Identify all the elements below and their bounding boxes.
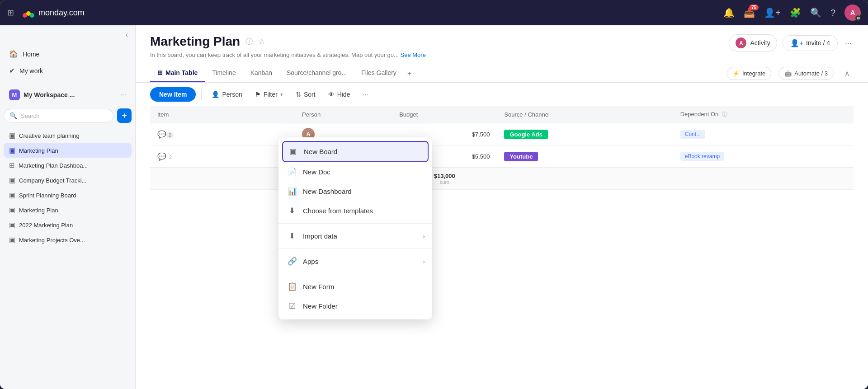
board-more-button[interactable]: ··· [843, 37, 854, 50]
dropdown-item-new-board[interactable]: ▣ New Board [282, 141, 429, 162]
dropdown-item-label: New Dashboard [303, 187, 352, 195]
workspace-header[interactable]: M My Workspace ... ··· [4, 85, 132, 105]
filter-chevron-icon: ▾ [280, 92, 283, 98]
person-filter-button[interactable]: 👤 Person [207, 88, 246, 101]
filter-label: Filter [264, 91, 278, 98]
dropdown-menu: ▣ New Board 📄 New Doc 📊 New Dashboard ⬇ … [278, 137, 432, 319]
collapse-sidebar-button[interactable]: ‹ [126, 31, 128, 39]
hide-button[interactable]: 👁 Hide [324, 88, 355, 101]
integrate-label: Integrate [742, 70, 765, 77]
dropdown-divider [278, 274, 432, 274]
board-item-creative[interactable]: ▣ Creative team planning [4, 128, 132, 143]
board-item-company-budget[interactable]: ▣ Company Budget Tracki... [4, 173, 132, 187]
board-item-sprint[interactable]: ▣ Sprint Planning Board [4, 188, 132, 202]
dropdown-item-label: New Form [303, 283, 334, 291]
tab-files[interactable]: Files Gallery [354, 65, 404, 82]
board-item-2022[interactable]: ▣ 2022 Marketing Plan [4, 218, 132, 232]
templates-icon: ⬇ [288, 206, 297, 216]
tab-main-table[interactable]: ⊞ Main Table [150, 65, 205, 82]
table-row: 💬 2 B $5,500 Youtube [150, 145, 854, 168]
board-item-marketing-plan[interactable]: ▣ Marketing Plan [4, 143, 132, 158]
dropdown-item-new-dashboard[interactable]: 📊 New Dashboard [278, 182, 432, 201]
dropdown-item-new-form[interactable]: 📋 New Form [278, 277, 432, 296]
integrate-button[interactable]: ⚡ Integrate [726, 67, 771, 80]
board-info-icon[interactable]: ⓘ [245, 37, 253, 47]
hide-label: Hide [337, 91, 350, 98]
logo-area[interactable]: monday.com [21, 5, 85, 20]
column-person: Person [295, 106, 392, 123]
tab-source[interactable]: Source/channel gro... [279, 65, 354, 82]
table-cell-channel: Youtube [497, 145, 673, 168]
sort-label: Sort [304, 91, 316, 98]
sort-icon: ⇅ [296, 91, 301, 98]
sidebar-mywork-label: My work [19, 67, 43, 75]
sidebar-item-home[interactable]: 🏠 Home [4, 46, 132, 62]
board-icon: ▣ [9, 206, 15, 214]
dropdown-item-import[interactable]: ⬇ Import data › [278, 226, 432, 246]
search-row: 🔍 Search + [0, 107, 135, 127]
tab-timeline[interactable]: Timeline [205, 65, 243, 82]
dropdown-item-new-doc[interactable]: 📄 New Doc [278, 162, 432, 182]
sidebar: ‹ 🏠 Home ✔ My work M My Workspace ... ··… [0, 25, 136, 389]
dropdown-item-label: Apps [303, 258, 318, 265]
filter-button[interactable]: ⚑ Filter ▾ [250, 88, 288, 101]
invite-people-icon[interactable]: 👤+ [764, 7, 781, 18]
workspace-name: My Workspace ... [24, 91, 117, 98]
top-nav: ⊞ monday.com 🔔 📥 75 👤+ 🧩 🔍 ? A ⚙ [0, 0, 868, 25]
more-toolbar-button[interactable]: ··· [358, 88, 373, 101]
collapse-tabs-button[interactable]: ∧ [841, 67, 854, 80]
svg-point-2 [30, 13, 34, 18]
activity-button[interactable]: A Activity [729, 34, 777, 52]
user-avatar[interactable]: A ⚙ [844, 5, 861, 21]
add-tab-button[interactable]: + [404, 65, 415, 82]
board-item-projects[interactable]: ▣ Marketing Projects Ove... [4, 233, 132, 247]
invite-label: Invite / 4 [806, 39, 830, 47]
add-new-button[interactable]: + [117, 108, 132, 123]
dropdown-item-new-folder[interactable]: ☑ New Folder [278, 296, 432, 316]
dropdown-item-choose-templates[interactable]: ⬇ Choose from templates [278, 201, 432, 220]
tab-label: Main Table [165, 69, 198, 76]
search-icon[interactable]: 🔍 [810, 7, 821, 18]
board-label: Marketing Plan [19, 207, 58, 214]
sum-label: sum [440, 179, 449, 185]
automate-button[interactable]: 🤖 Automate / 3 [778, 67, 834, 80]
board-label: Company Budget Tracki... [19, 177, 87, 184]
workspace-menu-icon[interactable]: ··· [120, 91, 126, 99]
board-star-icon[interactable]: ☆ [258, 37, 265, 47]
table-row: 💬 2 A $7,500 [150, 123, 854, 145]
board-icon: ▣ [9, 176, 15, 184]
dropdown-item-apps[interactable]: 🔗 Apps › [278, 252, 432, 271]
dropdown-item-label: Choose from templates [303, 207, 373, 215]
invite-button[interactable]: 👤+ Invite / 4 [783, 35, 838, 51]
tab-label: Source/channel gro... [287, 69, 347, 76]
inbox-icon[interactable]: 📥 75 [744, 7, 755, 18]
new-board-icon: ▣ [288, 147, 297, 156]
search-box[interactable]: 🔍 Search [4, 109, 113, 122]
help-icon[interactable]: ? [830, 8, 835, 18]
table-sum-row: $13,000 sum [150, 168, 854, 190]
main-layout: ‹ 🏠 Home ✔ My work M My Workspace ... ··… [0, 25, 868, 389]
new-folder-icon: ☑ [288, 301, 297, 311]
comment-icon[interactable]: 💬 [157, 131, 166, 138]
board-desc-text: In this board, you can keep track of all… [150, 52, 399, 58]
notification-icon[interactable]: 🔔 [723, 7, 735, 18]
puzzle-icon[interactable]: 🧩 [790, 7, 801, 18]
invite-icon: 👤+ [790, 39, 803, 47]
table-header-row: Item Person Budget Source / Channel [150, 106, 854, 123]
board-list: ▣ Creative team planning ▣ Marketing Pla… [0, 127, 135, 389]
see-more-link[interactable]: See More [401, 52, 426, 58]
grid-icon[interactable]: ⊞ [7, 8, 14, 18]
person-label: Person [222, 91, 242, 98]
new-item-button[interactable]: New Item [150, 87, 196, 102]
tab-kanban[interactable]: Kanban [243, 65, 279, 82]
dropdown-item-label: New Folder [303, 302, 338, 310]
sum-empty [150, 168, 295, 190]
sidebar-item-mywork[interactable]: ✔ My work [4, 63, 132, 79]
sort-button[interactable]: ⇅ Sort [291, 88, 320, 101]
content-area: A Activity 👤+ Invite / 4 ··· Marketing P… [136, 25, 868, 389]
board-item-marketing-dash[interactable]: ⊞ Marketing Plan Dashboa... [4, 158, 132, 173]
budget-value: $7,500 [472, 131, 490, 138]
comment-icon[interactable]: 💬 [157, 153, 166, 160]
mywork-icon: ✔ [9, 66, 15, 75]
board-item-marketing-plan2[interactable]: ▣ Marketing Plan [4, 203, 132, 217]
